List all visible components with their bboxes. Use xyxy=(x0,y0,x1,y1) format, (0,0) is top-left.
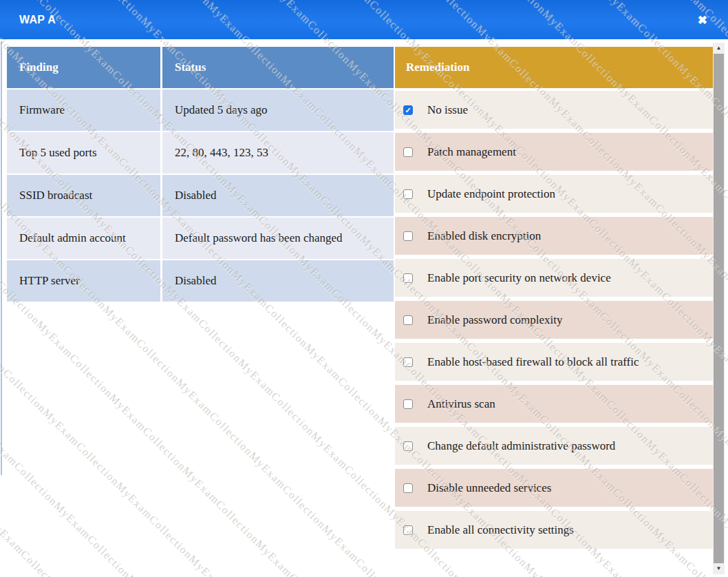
column-header-finding: Finding xyxy=(7,47,160,88)
finding-row: Firmware Updated 5 days ago xyxy=(7,90,394,131)
finding-cell: Default admin account xyxy=(7,218,160,259)
scroll-up-icon[interactable]: ▲ xyxy=(713,43,725,54)
status-cell: Disabled xyxy=(162,175,394,216)
checkbox[interactable] xyxy=(403,315,413,325)
close-icon[interactable]: ✖ xyxy=(698,12,707,27)
finding-cell: Firmware xyxy=(7,90,160,131)
findings-header-row: Finding Status xyxy=(7,47,394,88)
wap-dialog: WAP A ✖ Finding Status Firmware Updated … xyxy=(0,0,728,577)
remediation-label: Enable host-based firewall to block all … xyxy=(427,355,639,369)
remediation-option[interactable]: Enabled disk encryption xyxy=(395,217,713,255)
panel-left-border xyxy=(1,41,2,475)
finding-row: Default admin account Default password h… xyxy=(7,218,394,259)
finding-cell: SSID broadcast xyxy=(7,175,160,216)
remediation-label: Enable all connectivity settings xyxy=(427,523,574,537)
remediation-label: Enable password complexity xyxy=(427,313,562,327)
finding-cell: HTTP server xyxy=(7,260,160,302)
finding-row: HTTP server Disabled xyxy=(7,260,394,302)
remediation-label: Disable unneeded services xyxy=(427,481,551,495)
remediation-option[interactable]: Change default administrative password xyxy=(395,427,713,465)
finding-cell: Top 5 used ports xyxy=(7,132,160,174)
remediation-option[interactable]: ✓ No issue xyxy=(395,91,713,129)
checkbox[interactable] xyxy=(403,147,413,157)
findings-table: Finding Status Firmware Updated 5 days a… xyxy=(7,47,394,303)
finding-row: Top 5 used ports 22, 80, 443, 123, 53 xyxy=(7,132,394,174)
checkbox[interactable] xyxy=(403,231,413,241)
remediation-panel: Remediation ✓ No issue Patch management … xyxy=(395,47,713,553)
status-cell: Updated 5 days ago xyxy=(162,90,394,131)
dialog-titlebar: WAP A ✖ xyxy=(0,0,728,39)
status-cell: 22, 80, 443, 123, 53 xyxy=(162,132,394,174)
remediation-label: Enabled disk encryption xyxy=(427,229,541,243)
remediation-label: Patch management xyxy=(427,145,516,159)
remediation-label: Update endpoint protection xyxy=(427,187,555,201)
finding-row: SSID broadcast Disabled xyxy=(7,175,394,216)
remediation-option[interactable]: Enable password complexity xyxy=(395,301,713,339)
status-cell: Default password has been changed xyxy=(162,218,394,259)
remediation-option[interactable]: Disable unneeded services xyxy=(395,469,713,507)
checkbox[interactable] xyxy=(403,483,413,493)
checkbox[interactable] xyxy=(403,399,413,409)
remediation-option[interactable]: Update endpoint protection xyxy=(395,175,713,213)
checkbox-checked[interactable]: ✓ xyxy=(403,105,413,115)
remediation-header: Remediation xyxy=(395,47,713,88)
remediation-label: No issue xyxy=(427,103,468,117)
remediation-option[interactable]: Enable port security on network device xyxy=(395,259,713,297)
remediation-label: Antivirus scan xyxy=(427,397,495,411)
scrollbar-thumb[interactable] xyxy=(714,54,724,563)
checkbox[interactable] xyxy=(403,441,413,451)
remediation-option[interactable]: Antivirus scan xyxy=(395,385,713,423)
checkbox[interactable] xyxy=(403,525,413,535)
remediation-option[interactable]: Patch management xyxy=(395,133,713,171)
remediation-label: Enable port security on network device xyxy=(427,271,611,285)
checkbox[interactable] xyxy=(403,273,413,283)
status-cell: Disabled xyxy=(162,260,394,302)
remediation-option[interactable]: Enable all connectivity settings xyxy=(395,511,713,549)
remediation-option[interactable]: Enable host-based firewall to block all … xyxy=(395,343,713,381)
remediation-label: Change default administrative password xyxy=(427,439,615,453)
dialog-title: WAP A xyxy=(19,14,56,26)
column-header-status: Status xyxy=(162,47,394,88)
scroll-down-icon[interactable]: ▼ xyxy=(713,563,725,574)
scrollbar[interactable]: ▲ ▼ xyxy=(713,43,725,574)
checkbox[interactable] xyxy=(403,189,413,199)
checkbox[interactable] xyxy=(403,357,413,367)
